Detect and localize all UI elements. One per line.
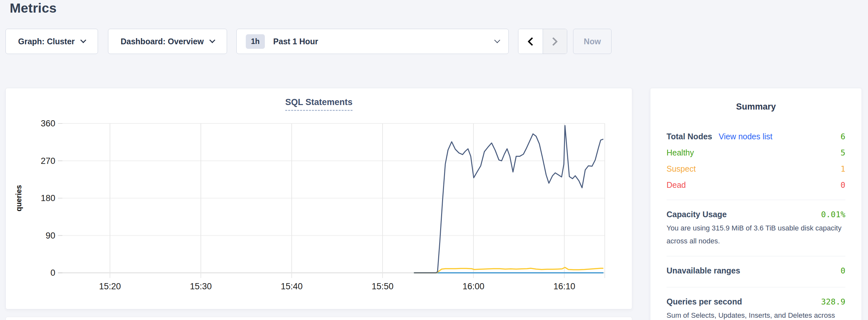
healthy-nodes-value: 5 (840, 148, 845, 157)
total-nodes-row: Total Nodes View nodes list 6 (666, 132, 845, 141)
next-time-window-button[interactable] (543, 29, 567, 54)
x-tick-label: 15:20 (99, 282, 121, 291)
metrics-toolbar: Graph: Cluster Dashboard: Overview 1h Pa… (5, 29, 612, 54)
sql-statements-chart[interactable]: 09018027036015:2015:3015:4015:5016:0016:… (6, 88, 632, 310)
healthy-nodes-label: Healthy (666, 148, 694, 157)
series-dark-blue (414, 125, 603, 273)
chart-title[interactable]: SQL Statements (285, 97, 352, 111)
y-tick-label: 90 (45, 231, 55, 241)
graph-selector-label: Graph: Cluster (18, 37, 75, 46)
divider (666, 200, 845, 200)
y-tick-label: 0 (51, 268, 55, 278)
x-tick-label: 15:30 (190, 282, 212, 291)
divider (666, 287, 845, 287)
chart-title-wrap: SQL Statements (6, 97, 632, 111)
time-window-label: Past 1 Hour (273, 37, 318, 46)
dashboard-selector-label: Dashboard: Overview (121, 37, 204, 46)
sql-statements-chart-card: SQL Statements 09018027036015:2015:3015:… (5, 88, 632, 309)
previous-time-window-button[interactable] (518, 29, 543, 54)
series-yellow (414, 267, 603, 273)
dead-nodes-value: 0 (840, 180, 845, 190)
capacity-usage-value: 0.01% (821, 210, 845, 219)
next-chart-card-edge (5, 317, 632, 320)
queries-per-second-label: Queries per second (666, 297, 742, 307)
chevron-down-icon (80, 37, 86, 43)
y-axis-label: queries (14, 185, 23, 212)
y-tick-label: 180 (41, 193, 55, 203)
queries-per-second-row: Queries per second 328.9 (666, 297, 845, 307)
chevron-right-icon (549, 37, 558, 46)
chevron-down-icon (209, 37, 215, 43)
unavailable-ranges-label: Unavailable ranges (666, 266, 740, 276)
dashboard-selector-dropdown[interactable]: Dashboard: Overview (108, 29, 227, 54)
suspect-nodes-row: Suspect 1 (666, 164, 845, 173)
node-status-rows: Total Nodes View nodes list 6 Healthy 5 … (666, 132, 845, 190)
dead-nodes-label: Dead (666, 180, 686, 190)
total-nodes-value: 6 (840, 132, 845, 141)
summary-panel: Summary Total Nodes View nodes list 6 He… (650, 88, 862, 320)
queries-per-second-description: Sum of Selects, Updates, Inserts, and De… (666, 309, 845, 320)
suspect-nodes-value: 1 (840, 164, 845, 173)
x-tick-label: 16:10 (553, 282, 575, 291)
time-window-badge: 1h (246, 34, 265, 49)
y-tick-label: 270 (41, 156, 55, 166)
divider (666, 256, 845, 256)
healthy-nodes-row: Healthy 5 (666, 148, 845, 157)
chevron-left-icon (527, 37, 536, 46)
capacity-usage-label: Capacity Usage (666, 210, 727, 219)
queries-per-second-value: 328.9 (821, 297, 845, 307)
unavailable-ranges-row: Unavailable ranges 0 (666, 266, 845, 276)
now-button[interactable]: Now (573, 29, 612, 54)
time-window-selector[interactable]: 1h Past 1 Hour (237, 29, 509, 54)
time-step-button-group (518, 29, 567, 54)
x-tick-label: 15:40 (281, 282, 303, 291)
graph-selector-dropdown[interactable]: Graph: Cluster (5, 29, 98, 54)
chevron-down-icon (494, 37, 500, 43)
suspect-nodes-label: Suspect (666, 164, 695, 173)
page-title: Metrics (10, 1, 57, 16)
x-tick-label: 15:50 (372, 282, 394, 291)
view-nodes-list-link[interactable]: View nodes list (719, 132, 772, 141)
x-tick-label: 16:00 (462, 282, 485, 291)
capacity-usage-description: You are using 315.9 MiB of 3.6 TiB usabl… (666, 222, 845, 248)
dead-nodes-row: Dead 0 (666, 180, 845, 190)
capacity-usage-row: Capacity Usage 0.01% (666, 210, 845, 219)
unavailable-ranges-value: 0 (840, 266, 845, 276)
summary-title: Summary (666, 102, 845, 112)
total-nodes-label: Total Nodes (666, 132, 712, 141)
y-tick-label: 360 (41, 119, 55, 128)
